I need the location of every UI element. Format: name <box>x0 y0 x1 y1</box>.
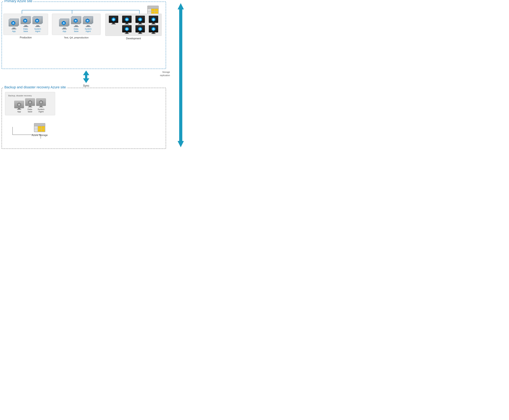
test-app-vm: App <box>59 18 70 32</box>
storage-icon-backup <box>33 122 46 133</box>
backup-site-boundary: Backup and disaster recovery Azure site … <box>1 88 166 149</box>
svg-rect-50 <box>140 19 141 20</box>
dev-vm-5 <box>121 25 133 34</box>
dev-vm-4 <box>147 16 160 24</box>
backup-box: Backup, disaster recovery App <box>5 92 55 115</box>
svg-rect-44 <box>113 19 114 20</box>
backup-sys-label: Systemmgmt <box>37 108 44 113</box>
svg-rect-38 <box>75 20 76 21</box>
production-sys-label: Systemmgmt <box>34 28 41 32</box>
svg-rect-32 <box>37 20 37 21</box>
dev-vm-2 <box>121 16 133 24</box>
production-app-label: App <box>12 30 16 32</box>
production-group: App Data-base <box>3 14 48 39</box>
backup-db-vm: Data-base <box>25 98 35 113</box>
production-box: App Data-base <box>3 14 48 35</box>
svg-rect-70 <box>30 102 30 103</box>
dev-vm-7 <box>147 25 160 34</box>
svg-rect-75 <box>34 123 45 126</box>
test-db-label: Data-base <box>74 28 79 32</box>
dev-vm-3 <box>134 16 146 24</box>
test-qa-vm-row: App Data-base <box>55 16 97 32</box>
development-group-label: Development <box>105 37 162 40</box>
production-app-vm: App <box>9 18 19 32</box>
backup-db-label: Data-base <box>28 108 33 113</box>
backup-sys-vm: Systemmgmt <box>36 98 46 113</box>
primary-site-boundary: Primary Azure site Azure Storage <box>1 1 166 69</box>
test-app-label: App <box>62 30 66 32</box>
production-group-label: Production <box>3 36 48 39</box>
sync-label: Sync <box>83 84 89 87</box>
production-db-label: Data-base <box>23 28 28 32</box>
primary-site-label: Primary Azure site <box>3 0 33 3</box>
svg-rect-35 <box>63 22 64 23</box>
svg-rect-80 <box>38 126 41 129</box>
backup-site-label: Backup and disaster recovery Azure site <box>3 85 67 89</box>
backup-app-label: App <box>17 111 21 113</box>
sync-area: Sync <box>0 70 172 87</box>
svg-rect-41 <box>87 20 88 21</box>
test-qa-group: App Data-base <box>52 14 101 39</box>
storage-replication-arrow <box>177 1 184 149</box>
svg-rect-56 <box>126 28 127 29</box>
backup-vm-row: App Data-base <box>8 98 52 113</box>
svg-rect-21 <box>155 9 158 11</box>
dev-vm-grid <box>107 16 160 34</box>
test-qa-box: App Data-base <box>52 14 101 35</box>
backup-storage-label: Azure Storage <box>32 134 48 137</box>
backup-inner-group: Backup, disaster recovery App <box>5 92 55 115</box>
test-db-vm: Data-base <box>71 16 81 32</box>
test-sys-vm: Systemmgmt <box>83 16 94 32</box>
svg-rect-83 <box>42 129 45 132</box>
test-group-label: Test, QA, preproduction <box>52 36 101 39</box>
svg-rect-73 <box>41 102 42 103</box>
svg-rect-59 <box>140 28 141 29</box>
sync-double-arrow <box>81 70 92 84</box>
backup-storage-container: Azure Storage <box>32 122 48 137</box>
development-group: Development <box>105 14 162 40</box>
svg-rect-82 <box>38 129 41 132</box>
svg-rect-15 <box>148 6 158 9</box>
svg-marker-85 <box>177 9 184 147</box>
backup-app-vm: App <box>14 101 24 113</box>
svg-rect-67 <box>19 104 20 105</box>
diagram-container: Primary Azure site Azure Storage <box>0 0 188 155</box>
production-sys-vm: Systemmgmt <box>32 16 43 32</box>
dev-vm-1 <box>107 16 120 24</box>
svg-rect-47 <box>126 19 127 20</box>
sync-arrow-group: Sync <box>81 70 92 87</box>
svg-rect-53 <box>153 19 154 20</box>
svg-marker-64 <box>83 75 89 83</box>
svg-rect-20 <box>151 9 155 11</box>
dev-vm-6 <box>134 25 146 34</box>
svg-rect-26 <box>13 22 14 23</box>
production-db-vm: Data-base <box>21 16 31 32</box>
svg-rect-62 <box>153 28 154 29</box>
test-sys-label: Systemmgmt <box>85 28 91 32</box>
development-box <box>105 14 162 36</box>
big-vertical-arrow <box>177 1 184 149</box>
svg-rect-29 <box>25 20 26 21</box>
svg-rect-81 <box>42 126 45 129</box>
production-vm-row: App Data-base <box>7 16 45 32</box>
backup-group-label-text: Backup, disaster recovery <box>8 94 52 97</box>
storage-replication-label: Storage replication <box>160 70 170 77</box>
